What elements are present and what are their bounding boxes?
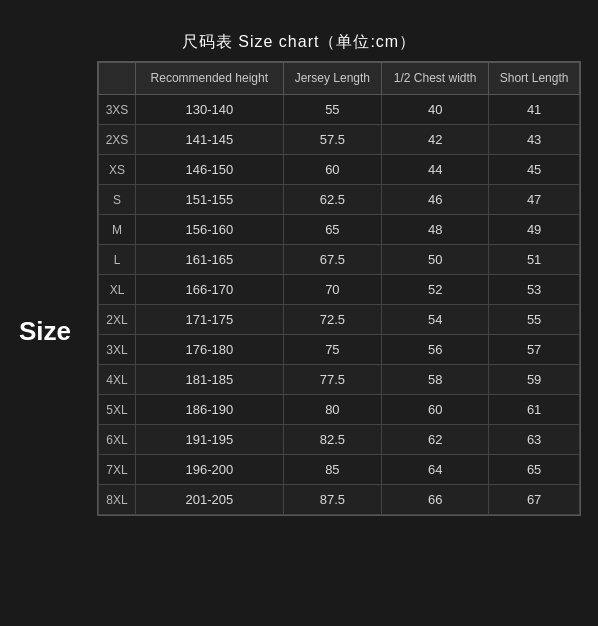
table-row: S 151-155 62.5 46 47 bbox=[99, 185, 580, 215]
cell-height: 196-200 bbox=[136, 455, 284, 485]
header-half-chest-width: 1/2 Chest width bbox=[382, 62, 489, 95]
cell-short: 55 bbox=[489, 305, 580, 335]
cell-chest: 44 bbox=[382, 155, 489, 185]
cell-height: 130-140 bbox=[136, 95, 284, 125]
cell-height: 186-190 bbox=[136, 395, 284, 425]
table-row: XL 166-170 70 52 53 bbox=[99, 275, 580, 305]
cell-height: 191-195 bbox=[136, 425, 284, 455]
cell-jersey: 72.5 bbox=[283, 305, 382, 335]
cell-height: 166-170 bbox=[136, 275, 284, 305]
header-size bbox=[99, 62, 136, 95]
cell-short: 43 bbox=[489, 125, 580, 155]
cell-size: XS bbox=[99, 155, 136, 185]
cell-short: 63 bbox=[489, 425, 580, 455]
cell-jersey: 60 bbox=[283, 155, 382, 185]
cell-chest: 60 bbox=[382, 395, 489, 425]
cell-short: 45 bbox=[489, 155, 580, 185]
table-row: 7XL 196-200 85 64 65 bbox=[99, 455, 580, 485]
header-jersey-length: Jersey Length bbox=[283, 62, 382, 95]
table-row: 3XL 176-180 75 56 57 bbox=[99, 335, 580, 365]
cell-height: 176-180 bbox=[136, 335, 284, 365]
cell-chest: 56 bbox=[382, 335, 489, 365]
cell-chest: 40 bbox=[382, 95, 489, 125]
cell-jersey: 82.5 bbox=[283, 425, 382, 455]
size-chart-container: 尺码表 Size chart（单位:cm） Size Recommended h… bbox=[9, 26, 589, 601]
cell-size: 2XS bbox=[99, 125, 136, 155]
cell-height: 141-145 bbox=[136, 125, 284, 155]
chart-title: 尺码表 Size chart（单位:cm） bbox=[9, 26, 589, 61]
size-table: Recommended height Jersey Length 1/2 Che… bbox=[98, 62, 580, 516]
cell-jersey: 75 bbox=[283, 335, 382, 365]
cell-chest: 58 bbox=[382, 365, 489, 395]
cell-chest: 48 bbox=[382, 215, 489, 245]
table-row: 5XL 186-190 80 60 61 bbox=[99, 395, 580, 425]
cell-jersey: 80 bbox=[283, 395, 382, 425]
cell-size: M bbox=[99, 215, 136, 245]
cell-chest: 46 bbox=[382, 185, 489, 215]
cell-size: 5XL bbox=[99, 395, 136, 425]
cell-size: S bbox=[99, 185, 136, 215]
cell-short: 53 bbox=[489, 275, 580, 305]
cell-size: 7XL bbox=[99, 455, 136, 485]
cell-jersey: 65 bbox=[283, 215, 382, 245]
cell-size: XL bbox=[99, 275, 136, 305]
cell-height: 201-205 bbox=[136, 485, 284, 515]
size-label: Size bbox=[19, 315, 71, 346]
table-row: 8XL 201-205 87.5 66 67 bbox=[99, 485, 580, 515]
cell-jersey: 67.5 bbox=[283, 245, 382, 275]
cell-jersey: 87.5 bbox=[283, 485, 382, 515]
table-row: 6XL 191-195 82.5 62 63 bbox=[99, 425, 580, 455]
table-row: M 156-160 65 48 49 bbox=[99, 215, 580, 245]
cell-size: 3XS bbox=[99, 95, 136, 125]
cell-short: 49 bbox=[489, 215, 580, 245]
table-row: L 161-165 67.5 50 51 bbox=[99, 245, 580, 275]
table-row: 4XL 181-185 77.5 58 59 bbox=[99, 365, 580, 395]
cell-short: 57 bbox=[489, 335, 580, 365]
cell-short: 47 bbox=[489, 185, 580, 215]
cell-chest: 66 bbox=[382, 485, 489, 515]
header-short-length: Short Length bbox=[489, 62, 580, 95]
cell-height: 151-155 bbox=[136, 185, 284, 215]
cell-size: L bbox=[99, 245, 136, 275]
cell-jersey: 57.5 bbox=[283, 125, 382, 155]
table-row: XS 146-150 60 44 45 bbox=[99, 155, 580, 185]
cell-short: 61 bbox=[489, 395, 580, 425]
cell-short: 65 bbox=[489, 455, 580, 485]
cell-jersey: 85 bbox=[283, 455, 382, 485]
table-header-row: Recommended height Jersey Length 1/2 Che… bbox=[99, 62, 580, 95]
cell-size: 6XL bbox=[99, 425, 136, 455]
cell-chest: 62 bbox=[382, 425, 489, 455]
cell-height: 156-160 bbox=[136, 215, 284, 245]
cell-short: 59 bbox=[489, 365, 580, 395]
cell-jersey: 70 bbox=[283, 275, 382, 305]
size-table-wrapper: Recommended height Jersey Length 1/2 Che… bbox=[97, 61, 581, 517]
table-row: 3XS 130-140 55 40 41 bbox=[99, 95, 580, 125]
cell-short: 67 bbox=[489, 485, 580, 515]
cell-chest: 64 bbox=[382, 455, 489, 485]
cell-height: 181-185 bbox=[136, 365, 284, 395]
cell-chest: 54 bbox=[382, 305, 489, 335]
cell-chest: 52 bbox=[382, 275, 489, 305]
cell-jersey: 77.5 bbox=[283, 365, 382, 395]
cell-size: 3XL bbox=[99, 335, 136, 365]
cell-short: 51 bbox=[489, 245, 580, 275]
header-recommended-height: Recommended height bbox=[136, 62, 284, 95]
cell-size: 2XL bbox=[99, 305, 136, 335]
cell-size: 8XL bbox=[99, 485, 136, 515]
cell-jersey: 62.5 bbox=[283, 185, 382, 215]
cell-chest: 50 bbox=[382, 245, 489, 275]
cell-jersey: 55 bbox=[283, 95, 382, 125]
cell-short: 41 bbox=[489, 95, 580, 125]
cell-height: 161-165 bbox=[136, 245, 284, 275]
cell-size: 4XL bbox=[99, 365, 136, 395]
table-row: 2XS 141-145 57.5 42 43 bbox=[99, 125, 580, 155]
cell-chest: 42 bbox=[382, 125, 489, 155]
cell-height: 171-175 bbox=[136, 305, 284, 335]
table-row: 2XL 171-175 72.5 54 55 bbox=[99, 305, 580, 335]
cell-height: 146-150 bbox=[136, 155, 284, 185]
